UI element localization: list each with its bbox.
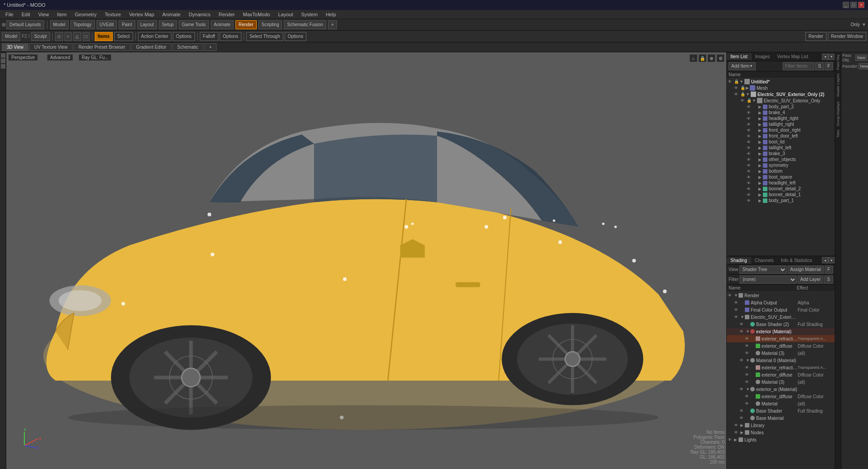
add-item-btn[interactable]: Add Item ▼ xyxy=(729,62,756,70)
shade-nodes[interactable]: 👁 ▶ Nodes xyxy=(727,429,835,436)
shade-final-color[interactable]: 👁 Final Color Output Final Color xyxy=(727,306,835,313)
items-btn[interactable]: Items xyxy=(95,32,113,41)
shading-tree[interactable]: 👁 ▼ Render 👁 Alpha Output Alpha 👁 Final … xyxy=(727,292,835,469)
tree-item-hl-left[interactable]: 👁▶headlight_left xyxy=(727,180,835,186)
item-list-menu-btn[interactable]: ▾ xyxy=(828,54,835,60)
menu-render[interactable]: Render xyxy=(215,11,238,18)
tab-render-preset[interactable]: Render Preset Browser xyxy=(74,43,130,51)
close-btn[interactable]: × xyxy=(858,2,864,8)
vp-lock-btn[interactable]: 🔒 xyxy=(698,54,706,62)
shade-mat-sub[interactable]: 👁 Material (all) xyxy=(727,400,835,407)
menu-item[interactable]: Item xyxy=(53,11,70,18)
tree-item-suv[interactable]: 👁 🔒 ▼ Electric_SUV_Exterior_Only xyxy=(727,97,835,104)
scripting-mode-btn[interactable]: Scripting xyxy=(259,20,282,29)
tree-item-mesh[interactable]: 👁 🔒 ▶ Mesh xyxy=(727,85,835,91)
shade-exterior[interactable]: 👁 ▼ exterior (Material) xyxy=(727,328,835,335)
tab-gradient[interactable]: Gradient Editor xyxy=(131,43,171,51)
channels-tab[interactable]: Channels xyxy=(751,257,777,264)
menu-dynamics[interactable]: Dynamics xyxy=(185,11,214,18)
menu-vertex-map[interactable]: Vertex Map xyxy=(125,11,158,18)
shade-ext-w[interactable]: 👁 ▼ exterior_w (Material) xyxy=(727,386,835,393)
topology-mode-btn[interactable]: Topology xyxy=(70,20,95,29)
tree-item-brake3[interactable]: 👁▶brake_3 xyxy=(727,151,835,156)
menu-edit[interactable]: Edit xyxy=(18,11,34,18)
tab-3d-view[interactable]: 3D View xyxy=(2,43,28,51)
paint-mode-btn[interactable]: Paint xyxy=(119,20,135,29)
vp-advanced-label[interactable]: Advanced xyxy=(47,54,73,61)
item-tree[interactable]: 👁 🔒 ▼ Untitled* 👁 🔒 ▶ Mesh 👁 🔒 ▼ Elec xyxy=(727,78,835,256)
vtab-pass-obj[interactable]: Pass Obj xyxy=(836,53,840,71)
layer-s-btn[interactable]: S xyxy=(824,276,833,284)
tree-item-hl-right[interactable]: 👁▶headlight_right xyxy=(727,115,835,121)
vp-perspective-label[interactable]: Perspective xyxy=(8,54,38,61)
minimize-btn[interactable]: _ xyxy=(843,2,849,8)
menu-help[interactable]: Help xyxy=(322,11,340,18)
assign-material-btn[interactable]: Assign Material xyxy=(788,266,824,274)
render-btn[interactable]: Render xyxy=(805,32,826,41)
tree-item-untitled[interactable]: 👁 🔒 ▼ Untitled* xyxy=(727,78,835,85)
item-list-expand-btn[interactable]: ◂ xyxy=(822,54,828,60)
shading-menu-btn[interactable]: ▾ xyxy=(828,257,835,263)
model-btn[interactable]: Model xyxy=(2,32,20,41)
pass-obj-new-btn[interactable]: New xyxy=(855,55,867,61)
shade-ext-diffuse3[interactable]: 👁 exterior_diffuse Diffuse Color xyxy=(727,393,835,400)
shade-mat0[interactable]: 👁 ▼ Material 0 (Material) xyxy=(727,357,835,364)
tree-item-tl-right[interactable]: 👁▶taillight_right xyxy=(727,121,835,127)
render-window-btn[interactable]: Render Window xyxy=(828,32,866,41)
tree-item-suv-group[interactable]: 👁 🔒 ▼ Electric_SUV_Exterior_Only (2) xyxy=(727,91,835,97)
shading-tab[interactable]: Shading xyxy=(727,257,751,264)
vtab-shader-layers[interactable]: Shader Layers xyxy=(836,72,840,99)
tree-item-symmetry[interactable]: 👁▶symmetry xyxy=(727,162,835,168)
select-through-btn[interactable]: Select Through xyxy=(246,32,283,41)
tree-item-fd-left[interactable]: 👁▶front_door_left xyxy=(727,133,835,139)
left-tool-3[interactable] xyxy=(1,64,5,69)
info-stats-tab[interactable]: Info & Statistics xyxy=(777,257,816,264)
tab-schematic[interactable]: Schematic xyxy=(172,43,203,51)
game-tools-btn[interactable]: Game Tools xyxy=(179,20,209,29)
shade-lights[interactable]: 👁 ▶ Lights xyxy=(727,436,835,443)
shade-ext-diffuse2[interactable]: 👁 exterior_diffuse Diffuse Color xyxy=(727,371,835,378)
shade-base-material[interactable]: 👁 Base Material xyxy=(727,414,835,422)
tree-item-boot-space[interactable]: 👁▶boot_space xyxy=(727,174,835,180)
left-tool-1[interactable] xyxy=(1,53,5,58)
filter-s-btn[interactable]: S xyxy=(815,62,824,70)
tree-item-body1[interactable]: 👁▶body_part_1 xyxy=(727,198,835,203)
vp-raygl-label[interactable]: Ray GL: Fu... xyxy=(78,54,111,61)
vtab-group-displays[interactable]: Group Displays xyxy=(836,100,840,128)
menu-texture[interactable]: Texture xyxy=(101,11,125,18)
menu-layout[interactable]: Layout xyxy=(274,11,296,18)
sel-mode-3[interactable]: △ xyxy=(73,32,81,41)
sel-mode-1[interactable]: ◇ xyxy=(55,32,63,41)
sel-mode-4[interactable]: □ xyxy=(83,32,90,41)
add-layer-btn[interactable]: Add Layer xyxy=(798,276,824,284)
tree-item-bonnet1[interactable]: 👁▶bonnet_detail_1 xyxy=(727,192,835,198)
sculpt-btn[interactable]: Sculpt xyxy=(31,32,50,41)
left-tool-2[interactable] xyxy=(1,59,5,63)
options-btn[interactable]: Options xyxy=(173,32,194,41)
tree-item-other[interactable]: 👁▶other_objects xyxy=(727,156,835,162)
filter-items-input[interactable] xyxy=(783,62,814,70)
select-btn[interactable]: Select xyxy=(114,32,133,41)
shading-expand-btn[interactable]: ◂ xyxy=(822,257,828,263)
sel-mode-2[interactable]: ○ xyxy=(65,32,72,41)
tab-uv-texture[interactable]: UV Texture View xyxy=(29,43,73,51)
shade-ext-refract2[interactable]: 👁 exterior_refractio... Transparent A... xyxy=(727,364,835,371)
shade-suv-group[interactable]: 👁 ▼ Electric_SUV_Exterior_... xyxy=(727,313,835,321)
tree-item-fd-right[interactable]: 👁▶front_door_right xyxy=(727,127,835,133)
menu-system[interactable]: System xyxy=(297,11,321,18)
animate-mode-btn[interactable]: Animate xyxy=(211,20,234,29)
filter-f-btn[interactable]: F xyxy=(825,62,833,70)
uvedit-mode-btn[interactable]: UVEdit xyxy=(97,20,117,29)
shade-ext-refract[interactable]: 👁 exterior_refractio... Transparent A... xyxy=(727,335,835,342)
passder-new-btn[interactable]: New xyxy=(859,63,868,69)
shade-library[interactable]: 👁 ▶ Library xyxy=(727,422,835,429)
tree-item-boot-lid[interactable]: 👁▶boot_lid xyxy=(727,139,835,145)
model-mode-btn[interactable]: Model xyxy=(50,20,69,29)
action-center-btn[interactable]: Action Center xyxy=(138,32,172,41)
vp-zoom-btn[interactable]: ⊕ xyxy=(707,54,716,62)
tab-add[interactable]: + xyxy=(204,43,217,51)
tree-item-bottom[interactable]: 👁▶bottom xyxy=(727,168,835,174)
shade-mat3b[interactable]: 👁 Material (3) (all) xyxy=(727,378,835,386)
menu-file[interactable]: File xyxy=(2,11,17,18)
add-workspace-btn[interactable]: + xyxy=(328,20,337,29)
